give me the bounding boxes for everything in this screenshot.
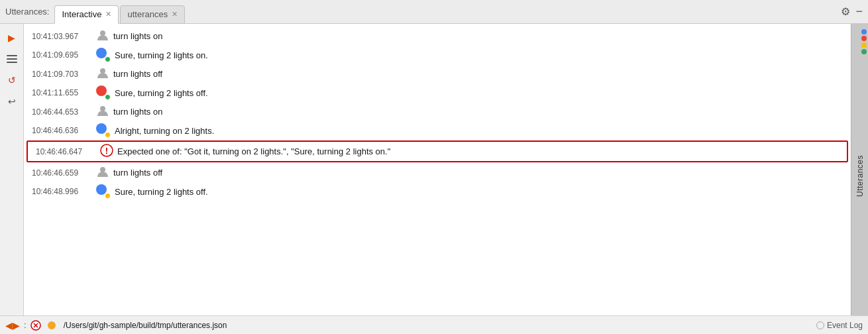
log-row[interactable]: 10:41:09.703 turn lights off [24,64,851,84]
log-row[interactable]: 10:46:44.653 turn lights on [24,102,851,121]
avatar-user [96,66,109,82]
avatar-bot [96,85,111,100]
sidebar-play-icon[interactable]: ▶ [3,29,21,46]
log-row[interactable]: 10:46:48.996 Sure, turning 2 lights off. [24,182,851,201]
bot-small-circle [105,132,111,138]
status-play-icon: ◀▶ [5,320,20,331]
log-row[interactable]: 10:46:46.647 ! Expected one of: "Got it,… [27,140,848,162]
status-dot-orange [48,321,56,329]
tab-bar-label: Utterances: [5,7,49,17]
log-time: 10:41:03.967 [32,32,95,41]
svg-point-3 [100,30,105,36]
log-message: turn lights off [113,168,162,178]
log-time: 10:46:48.996 [32,187,95,196]
sidebar-refresh-icon[interactable]: ↺ [3,72,21,89]
avatar-user [96,28,109,44]
bot-small-circle [105,56,111,62]
log-row[interactable]: 10:41:11.655 Sure, turning 2 lights off. [24,84,851,102]
tab-utterances-close[interactable]: ✕ [172,11,178,18]
log-time: 10:46:46.636 [32,126,95,135]
svg-text:!: ! [105,146,108,156]
log-time: 10:46:46.659 [32,168,95,178]
log-message: Sure, turning 2 lights off. [115,187,208,197]
left-sidebar: ▶ ↺ ↩ [0,24,24,315]
log-message: Expected one of: "Got it, turning on 2 l… [117,146,390,156]
status-error-icon [30,320,41,331]
log-message: Sure, turning 2 lights off. [115,88,208,98]
dot-red [861,36,867,41]
status-bar: ◀▶ : /Users/git/gh-sample/build/tmp/utte… [0,315,868,334]
log-time: 10:41:09.695 [32,50,95,60]
right-sidebar-label: Utterances [855,155,865,197]
log-row[interactable]: 10:46:46.636 Alright, turning on 2 light… [24,121,851,140]
tab-utterances-label: utterances [127,9,168,19]
main-content: ▶ ↺ ↩ 10:41:03.967 turn lights on10:41:0… [0,24,868,315]
log-message: Sure, turning 2 lights on. [115,50,208,60]
event-log-circle [816,321,824,329]
tab-bar: Utterances: Interactive ✕ utterances ✕ ⚙… [0,0,868,24]
svg-point-4 [100,68,105,74]
log-message: Alright, turning on 2 lights. [115,126,214,136]
log-message: turn lights on [113,107,162,117]
right-sidebar: Utterances [851,24,868,315]
sidebar-undo-icon[interactable]: ↩ [3,93,21,110]
avatar-user [96,165,109,180]
avatar-bot [96,184,111,199]
dot-blue [861,29,867,34]
dot-green [861,49,867,54]
avatar-user [96,104,109,119]
tab-interactive-label: Interactive [62,9,101,19]
svg-point-5 [100,106,105,111]
log-row[interactable]: 10:41:09.695 Sure, turning 2 lights on. [24,46,851,64]
log-message: turn lights on [113,31,162,41]
log-row[interactable]: 10:41:03.967 turn lights on [24,27,851,46]
avatar-error: ! [100,144,113,159]
settings-button[interactable]: ⚙ [841,5,850,18]
bot-small-circle [105,94,111,100]
log-message: turn lights off [113,69,162,79]
right-sidebar-icons [861,29,867,54]
dot-yellow [861,42,867,48]
log-area[interactable]: 10:41:03.967 turn lights on10:41:09.695 … [24,24,851,315]
tab-interactive[interactable]: Interactive ✕ [54,5,119,24]
log-time: 10:46:44.653 [32,107,95,117]
sidebar-list-icon[interactable] [3,50,21,68]
svg-rect-0 [7,55,17,56]
avatar-bot [96,48,111,62]
bot-small-circle [105,193,111,199]
log-row[interactable]: 10:46:46.659 turn lights off [24,163,851,182]
collapse-button[interactable]: − [855,5,863,19]
status-colon: : [24,320,27,330]
tab-utterances[interactable]: utterances ✕ [120,5,185,24]
event-log-button[interactable]: Event Log [816,321,863,330]
log-time: 10:41:09.703 [32,70,95,79]
tab-interactive-close[interactable]: ✕ [105,11,111,18]
svg-point-8 [100,167,105,172]
log-time: 10:41:11.655 [32,88,95,97]
event-log-label: Event Log [827,321,863,330]
svg-rect-2 [7,62,17,63]
status-path: /Users/git/gh-sample/build/tmp/utterance… [64,321,227,330]
svg-rect-1 [7,58,17,60]
avatar-bot [96,123,111,138]
log-time: 10:46:46.647 [36,147,99,156]
